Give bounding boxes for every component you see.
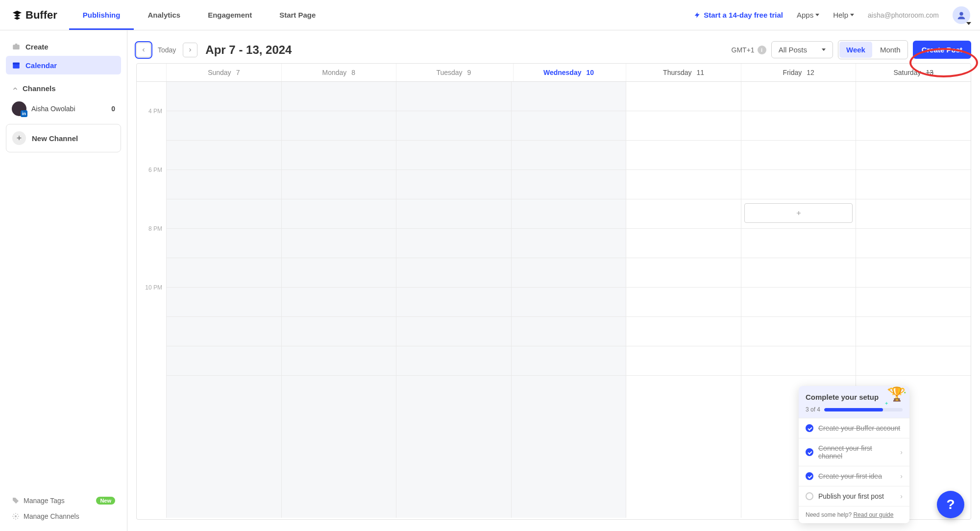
- check-icon: [806, 424, 813, 432]
- check-icon: [806, 492, 813, 500]
- arrow-right-icon: [187, 47, 193, 53]
- help-fab-button[interactable]: ?: [937, 491, 964, 518]
- channel-name: Aisha Owolabi: [31, 105, 106, 113]
- calendar-icon: [12, 61, 21, 70]
- sidebar-create[interactable]: Create: [6, 37, 121, 56]
- tag-icon: [12, 497, 20, 505]
- view-switcher: Week Month: [838, 40, 908, 59]
- read-guide-link[interactable]: Read our guide: [853, 511, 893, 518]
- apps-menu[interactable]: Apps: [797, 11, 819, 19]
- plus-icon: [795, 210, 802, 217]
- new-badge: New: [96, 497, 115, 505]
- topbar-right: Start a 14-day free trial Apps Help aish…: [694, 6, 980, 24]
- step-label: Create your first idea: [818, 472, 882, 480]
- setup-header: ✦ • ✦ 🏆 Complete your setup 3 of 4: [799, 386, 909, 418]
- start-trial-link[interactable]: Start a 14-day free trial: [694, 11, 783, 19]
- svg-rect-1: [13, 45, 20, 49]
- check-icon: [806, 472, 813, 480]
- sidebar-calendar-label: Calendar: [25, 61, 57, 70]
- day-column[interactable]: [511, 82, 626, 518]
- chevron-down-icon: [822, 48, 826, 51]
- create-post-button[interactable]: Create Post: [913, 41, 971, 59]
- tab-publishing[interactable]: Publishing: [69, 0, 134, 30]
- day-header-thursday: Thursday11: [626, 64, 741, 81]
- time-label: 6 PM: [137, 141, 166, 199]
- person-icon: [956, 10, 967, 21]
- time-label: 8 PM: [137, 199, 166, 258]
- tab-start-page[interactable]: Start Page: [266, 0, 329, 30]
- step-label: Publish your first post: [818, 492, 884, 500]
- svg-point-5: [15, 515, 17, 517]
- today-button[interactable]: Today: [158, 46, 176, 54]
- time-label: 10 PM: [137, 258, 166, 317]
- channel-count: 0: [111, 105, 115, 113]
- setup-step[interactable]: Connect your first channel›: [799, 438, 909, 466]
- setup-step[interactable]: Publish your first post›: [799, 486, 909, 506]
- day-column[interactable]: [281, 82, 396, 518]
- svg-rect-4: [13, 63, 20, 65]
- manage-tags-label: Manage Tags: [24, 497, 65, 505]
- apps-label: Apps: [797, 11, 813, 19]
- timezone-label: GMT+1i: [732, 46, 766, 54]
- day-header-tuesday: Tuesday9: [396, 64, 511, 81]
- add-post-slot[interactable]: [744, 203, 853, 223]
- chevron-right-icon: ›: [900, 492, 903, 500]
- calendar-toolbar: Today Apr 7 - 13, 2024 GMT+1i All Posts …: [136, 40, 971, 59]
- day-header-saturday: Saturday13: [856, 64, 971, 81]
- chevron-up-icon: [12, 85, 19, 92]
- channel-item[interactable]: in Aisha Owolabi 0: [6, 97, 121, 120]
- tab-engagement[interactable]: Engagement: [194, 0, 266, 30]
- sidebar-create-label: Create: [25, 43, 49, 51]
- buffer-logo[interactable]: Buffer: [12, 9, 57, 22]
- new-channel-label: New Channel: [32, 134, 78, 143]
- day-column[interactable]: [166, 82, 281, 518]
- manage-tags-link[interactable]: Manage Tags New: [6, 493, 121, 508]
- date-range-label: Apr 7 - 13, 2024: [205, 43, 292, 57]
- setup-step[interactable]: Create your Buffer account: [799, 418, 909, 438]
- sidebar: Create Calendar Channels in Aisha Owolab…: [0, 30, 127, 531]
- channels-label: Channels: [23, 84, 56, 93]
- setup-footer: Need some help? Read our guide: [799, 506, 909, 523]
- setup-checklist-card: ✦ • ✦ 🏆 Complete your setup 3 of 4 Creat…: [799, 386, 909, 523]
- gear-icon: [12, 512, 20, 520]
- chevron-down-icon: [815, 14, 819, 16]
- check-icon: [806, 448, 813, 456]
- sidebar-calendar[interactable]: Calendar: [6, 56, 121, 74]
- progress-label: 3 of 4: [806, 406, 820, 413]
- briefcase-icon: [12, 42, 21, 51]
- svg-point-0: [959, 12, 963, 15]
- day-header-wednesday: Wednesday10: [513, 64, 624, 81]
- channels-section-header[interactable]: Channels: [6, 79, 121, 97]
- posts-filter-dropdown[interactable]: All Posts: [771, 41, 833, 58]
- day-column[interactable]: [396, 82, 511, 518]
- view-week[interactable]: Week: [839, 42, 872, 58]
- calendar-header: Sunday7 Monday8 Tuesday9 Wednesday10 Thu…: [137, 64, 971, 82]
- info-icon[interactable]: i: [758, 46, 766, 54]
- tab-analytics[interactable]: Analytics: [134, 0, 194, 30]
- channel-avatar: in: [12, 101, 26, 116]
- next-week-button[interactable]: [183, 43, 197, 57]
- content-area: Today Apr 7 - 13, 2024 GMT+1i All Posts …: [127, 30, 980, 531]
- setup-help-text: Need some help?: [806, 511, 853, 518]
- main-tabs: Publishing Analytics Engagement Start Pa…: [69, 0, 330, 30]
- bolt-icon: [694, 12, 701, 19]
- trophy-icon: 🏆: [888, 386, 906, 402]
- progress-bar: [824, 408, 903, 411]
- time-label: 4 PM: [137, 82, 166, 141]
- manage-channels-label: Manage Channels: [24, 512, 79, 520]
- manage-channels-link[interactable]: Manage Channels: [6, 508, 121, 524]
- plus-icon: +: [12, 131, 26, 145]
- chevron-right-icon: ›: [900, 472, 903, 480]
- buffer-logo-icon: [12, 10, 23, 21]
- chevron-right-icon: ›: [900, 448, 903, 456]
- new-channel-button[interactable]: + New Channel: [6, 124, 121, 152]
- help-menu[interactable]: Help: [833, 11, 854, 19]
- user-avatar-menu[interactable]: [953, 6, 970, 24]
- chevron-down-icon: [966, 22, 971, 25]
- svg-rect-2: [15, 44, 18, 45]
- arrow-left-icon: [141, 47, 147, 53]
- view-month[interactable]: Month: [873, 41, 907, 59]
- prev-week-button[interactable]: [136, 43, 151, 57]
- day-column[interactable]: [626, 82, 741, 518]
- setup-step[interactable]: Create your first idea›: [799, 466, 909, 486]
